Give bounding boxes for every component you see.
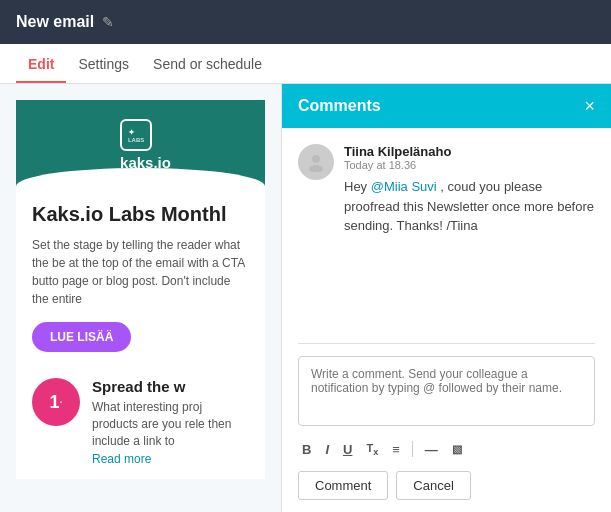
comments-panel: Comments × Tiina Kilpelänaho Today at 18… [281,84,611,512]
comment-submit-button[interactable]: Comment [298,471,388,500]
page-title: New email [16,13,94,31]
email-title: Kaks.io Labs Monthl [32,202,249,226]
underline-button[interactable]: U [339,440,356,459]
email-body: Kaks.io Labs Monthl Set the stage by tel… [16,190,265,479]
wave-decoration [16,168,265,190]
italic-button[interactable]: I [321,440,333,459]
close-button[interactable]: × [584,97,595,115]
tab-settings[interactable]: Settings [66,46,141,82]
svg-point-0 [312,155,320,163]
comment-toolbar: B I U Tx ≡ — ▧ [298,436,595,463]
toolbar-separator [412,441,413,457]
email-section: 1 · Spread the w What interesting proj p… [32,368,249,467]
bold-button[interactable]: B [298,440,315,459]
comment-actions: Comment Cancel [298,471,595,500]
main-area: ✦ LABS kaks.io Kaks.io Labs Monthl Set t… [0,84,611,512]
top-header: New email ✎ [0,0,611,44]
cancel-button[interactable]: Cancel [396,471,470,500]
comment-mention: @Miia Suvi [371,179,437,194]
email-header-banner: ✦ LABS kaks.io [16,100,265,190]
comment-item: Tiina Kilpelänaho Today at 18.36 Hey @Mi… [298,144,595,236]
dash-button[interactable]: — [421,440,442,459]
email-preview: ✦ LABS kaks.io Kaks.io Labs Monthl Set t… [16,100,265,479]
logo-icon: ✦ LABS [120,119,152,151]
tab-send-schedule[interactable]: Send or schedule [141,46,274,82]
avatar [298,144,334,180]
email-editor: ✦ LABS kaks.io Kaks.io Labs Monthl Set t… [0,84,281,512]
comment-author: Tiina Kilpelänaho [344,144,595,159]
link-button[interactable]: ▧ [448,441,466,458]
comments-body: Tiina Kilpelänaho Today at 18.36 Hey @Mi… [282,128,611,343]
comment-content: Tiina Kilpelänaho Today at 18.36 Hey @Mi… [344,144,595,236]
comment-prefix: Hey [344,179,371,194]
comment-input-area: B I U Tx ≡ — ▧ Comment Cancel [282,344,611,512]
section-icon: 1 · [32,378,80,426]
list-button[interactable]: ≡ [388,440,404,459]
logo-container: ✦ LABS kaks.io [110,119,171,171]
svg-point-1 [309,165,323,172]
section-icon-text: 1 [50,392,60,413]
edit-icon[interactable]: ✎ [102,14,114,30]
comments-title: Comments [298,97,381,115]
comment-time: Today at 18.36 [344,159,595,171]
comments-header: Comments × [282,84,611,128]
cta-button[interactable]: LUE LISÄÄ [32,322,131,352]
logo-sub-text: LABS [128,137,144,143]
strikethrough-button[interactable]: Tx [362,440,382,459]
section-title: Spread the w [92,378,249,395]
read-more-link[interactable]: Read more [92,452,151,466]
tab-edit[interactable]: Edit [16,46,66,82]
comment-text: Hey @Miia Suvi , coud you please proofre… [344,177,595,236]
comment-input[interactable] [298,356,595,426]
tab-bar: Edit Settings Send or schedule [0,44,611,84]
section-content: Spread the w What interesting proj produ… [92,378,249,467]
section-text: What interesting proj products are you r… [92,399,249,449]
email-body-text: Set the stage by telling the reader what… [32,236,249,308]
